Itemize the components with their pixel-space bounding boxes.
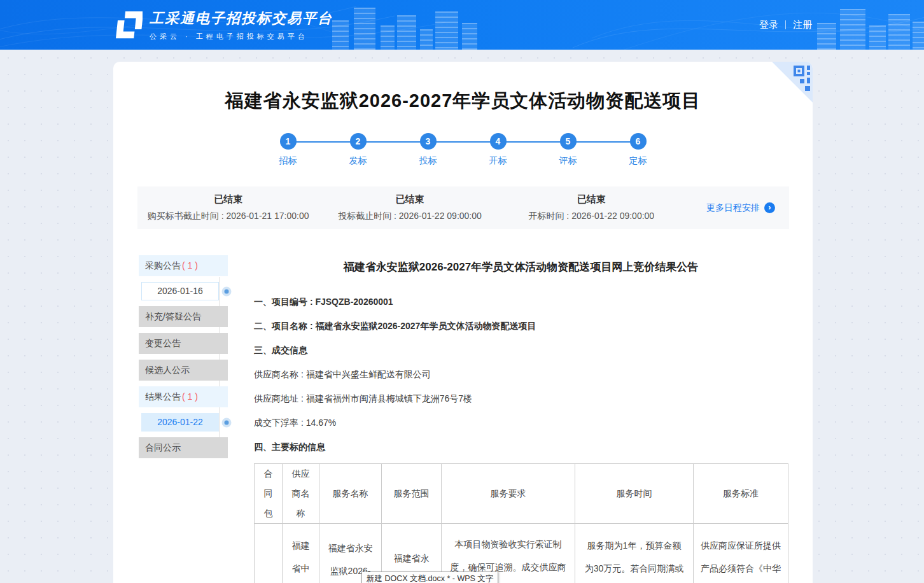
step-number: 5	[560, 133, 577, 150]
schedule-detail: 投标截止时间 : 2026-01-22 09:00:00	[319, 211, 500, 222]
project-number-line: 一、项目编号 : FJSQZB-20260001	[254, 297, 788, 307]
announcement-content: 福建省永安监狱2026-2027年学员文体活动物资配送项目网上竞价结果公告 一、…	[254, 255, 788, 583]
step-pingbiao: 5 评标	[533, 133, 603, 167]
sidebar-item-label: 合同公示	[145, 442, 181, 453]
logo-subtitle: 公采云 · 工程电子招投标交易平台	[150, 32, 333, 41]
lot-info-table: 合同包 供应商名称 服务名称 服务范围 服务要求 服务时间 服务标准 1 福建省…	[254, 463, 788, 583]
login-link[interactable]: 登录	[759, 19, 778, 31]
schedule-status: 已结束	[501, 193, 682, 206]
site-logo[interactable]: 工采通电子招投标交易平台 公采云 · 工程电子招投标交易平台	[113, 9, 333, 41]
step-number: 4	[490, 133, 507, 150]
schedule-item-opening-time: 已结束 开标时间 : 2026-01-22 09:00:00	[501, 193, 682, 222]
supplier-name-line: 供应商名称 : 福建省中兴盛生鲜配送有限公司	[254, 369, 788, 380]
progress-steps: 1 招标 2 发标 3 投标 4 开标 5 评标 6 定标	[253, 133, 673, 167]
step-number: 6	[630, 133, 647, 150]
content-card: 福建省永安监狱2026-2027年学员文体活动物资配送项目 1 招标 2 发标 …	[113, 62, 813, 583]
sidebar-date-2026-01-22[interactable]: 2026-01-22	[141, 413, 219, 432]
announcement-sidebar: 采购公告( 1 ) 2026-01-16 补充/答疑公告 变更公告 候选人公示 …	[139, 255, 228, 583]
table-header-row: 合同包 供应商名称 服务名称 服务范围 服务要求 服务时间 服务标准	[255, 464, 788, 524]
step-number: 2	[350, 133, 367, 150]
discount-rate-line: 成交下浮率 : 14.67%	[254, 418, 788, 428]
col-header-contract-package: 合同包	[255, 464, 283, 524]
step-number: 1	[280, 133, 297, 150]
cell-contract-package: 1	[255, 524, 283, 583]
register-link[interactable]: 注册	[793, 19, 812, 31]
step-fabiao: 2 发标	[323, 133, 393, 167]
step-label: 招标	[253, 155, 323, 167]
schedule-detail: 购买标书截止时间 : 2026-01-21 17:00:00	[137, 211, 319, 222]
step-label: 投标	[393, 155, 463, 167]
project-name-line: 二、项目名称 : 福建省永安监狱2026-2027年学员文体活动物资配送项目	[254, 321, 788, 332]
cell-service-standard: 供应商应保证所提供产品必须符合《中华人民共和国产品质量法》、《中华人民共	[694, 524, 788, 583]
step-dingbiao: 6 定标	[603, 133, 673, 167]
auth-links: 登录 注册	[759, 19, 812, 31]
qr-corner-icon[interactable]	[772, 62, 813, 102]
sidebar-item-contract-publicity[interactable]: 合同公示	[139, 437, 228, 458]
schedule-item-bid-deadline: 已结束 投标截止时间 : 2026-01-22 09:00:00	[319, 193, 500, 222]
schedule-status: 已结束	[319, 193, 500, 206]
col-header-service-scope: 服务范围	[382, 464, 442, 524]
sidebar-item-supplement-qa-announcement[interactable]: 补充/答疑公告	[139, 306, 228, 327]
sidebar-item-label: 候选人公示	[145, 365, 190, 375]
gct-logo-icon	[113, 9, 143, 41]
sidebar-item-change-announcement[interactable]: 变更公告	[139, 333, 228, 354]
step-label: 发标	[323, 155, 393, 167]
step-toubiao: 3 投标	[393, 133, 463, 167]
step-label: 开标	[463, 155, 533, 167]
sidebar-date-2026-01-16[interactable]: 2026-01-16	[141, 282, 219, 300]
project-title: 福建省永安监狱2026-2027年学员文体活动物资配送项目	[113, 62, 813, 114]
step-kaibiao: 4 开标	[463, 133, 533, 167]
col-header-supplier-name: 供应商名称	[283, 464, 319, 524]
table-row: 1 福建省中兴盛生鲜配送有限公司 福建省永安监狱2026-2027年学员文体活动…	[255, 524, 788, 583]
schedule-detail: 开标时间 : 2026-01-22 09:00:00	[501, 211, 682, 222]
more-schedule-label: 更多日程安排	[706, 202, 760, 214]
supplier-address-line: 供应商地址 : 福建省福州市闽清县梅城镇下龙洲76号7楼	[254, 393, 788, 404]
step-label: 评标	[533, 155, 603, 167]
announcement-count-badge: ( 1 )	[182, 260, 198, 270]
step-zhaobiao: 1 招标	[253, 133, 323, 167]
col-header-service-name: 服务名称	[319, 464, 382, 524]
schedule-status: 已结束	[137, 193, 319, 206]
sidebar-item-purchase-announcement[interactable]: 采购公告( 1 )	[139, 255, 228, 276]
wps-taskbar-tooltip: 新建 DOCX 文档.docx * - WPS 文字	[361, 572, 498, 583]
sidebar-item-label: 采购公告	[145, 260, 181, 270]
cell-supplier-name: 福建省中兴盛生鲜配送有限公司	[283, 524, 319, 583]
sidebar-item-label: 结果公告	[145, 391, 181, 402]
deal-info-heading: 三、成交信息	[254, 345, 788, 356]
sidebar-item-label: 变更公告	[145, 338, 181, 348]
schedule-item-purchase-deadline: 已结束 购买标书截止时间 : 2026-01-21 17:00:00	[137, 193, 319, 222]
cell-service-time: 服务期为1年，预算金额为30万元。若合同期满或在合同期内采购总金额已经达到本项目…	[575, 524, 694, 583]
arrow-right-circle-icon: ›	[764, 202, 775, 213]
auth-divider	[785, 20, 786, 29]
announcement-title: 福建省永安监狱2026-2027年学员文体活动物资配送项目网上竞价结果公告	[254, 260, 788, 274]
col-header-service-standard: 服务标准	[694, 464, 788, 524]
schedule-bar: 已结束 购买标书截止时间 : 2026-01-21 17:00:00 已结束 投…	[137, 186, 789, 229]
col-header-service-requirements: 服务要求	[442, 464, 575, 524]
col-header-service-time: 服务时间	[575, 464, 694, 524]
more-schedule-link[interactable]: 更多日程安排 ›	[682, 202, 789, 214]
sidebar-item-label: 补充/答疑公告	[145, 311, 201, 321]
sidebar-item-result-announcement[interactable]: 结果公告( 1 )	[139, 386, 228, 407]
announcement-count-badge: ( 1 )	[182, 391, 198, 402]
logo-title: 工采通电子招投标交易平台	[150, 9, 333, 28]
sidebar-item-candidate-publicity[interactable]: 候选人公示	[139, 360, 228, 381]
step-number: 3	[420, 133, 437, 150]
site-header: 工采通电子招投标交易平台 公采云 · 工程电子招投标交易平台 登录 注册	[0, 0, 924, 50]
step-label: 定标	[603, 155, 673, 167]
main-subject-heading: 四、主要标的信息	[254, 442, 788, 453]
